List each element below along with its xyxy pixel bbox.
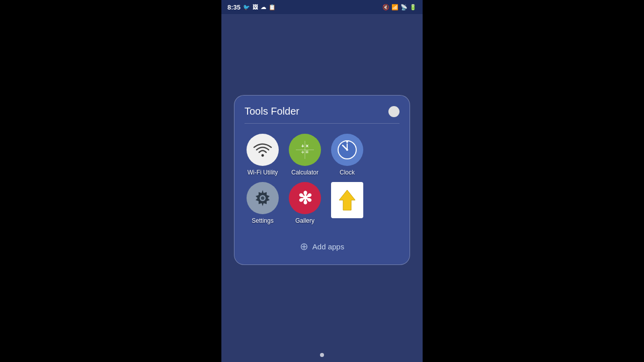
wifi-status-icon: 📶	[391, 4, 398, 11]
status-bar: 8:35 🐦 🖼 ☁ 📋 🔇 📶 📡 🔋	[221, 0, 423, 14]
gallery-label: Gallery	[295, 217, 314, 224]
svg-point-8	[346, 149, 348, 151]
settings-label: Settings	[252, 217, 273, 224]
app-item-settings[interactable]: Settings	[245, 182, 281, 224]
battery-icon: 🔋	[410, 4, 417, 11]
add-apps-label: Add apps	[312, 242, 344, 251]
cloud-icon: ☁	[261, 4, 266, 11]
bottom-indicator	[221, 346, 423, 362]
page-indicator-dot	[320, 353, 324, 357]
svg-point-9	[346, 141, 348, 143]
phone-screen: 8:35 🐦 🖼 ☁ 📋 🔇 📶 📡 🔋 Tools Folder	[221, 0, 423, 362]
apps-grid: Wi-Fi Utility + × ÷ = Calculator	[245, 129, 399, 229]
screen-content: Tools Folder Wi-F	[221, 14, 423, 346]
upload-arrow-svg	[338, 189, 356, 211]
clock-icon	[331, 134, 363, 166]
add-apps-plus-icon: ⊕	[300, 240, 308, 252]
app-item-calculator[interactable]: + × ÷ = Calculator	[287, 134, 323, 176]
status-left: 8:35 🐦 🖼 ☁ 📋	[227, 4, 276, 11]
calculator-label: Calculator	[291, 169, 318, 176]
app-item-upload[interactable]	[329, 182, 365, 224]
status-right: 🔇 📶 📡 🔋	[382, 4, 417, 11]
image-icon: 🖼	[253, 4, 258, 10]
calc-svg: + × ÷ =	[295, 140, 315, 160]
folder-dot[interactable]	[388, 106, 399, 117]
folder-card: Tools Folder Wi-F	[234, 95, 410, 265]
add-apps-button[interactable]: ⊕ Add apps	[245, 234, 399, 254]
app-item-clock[interactable]: Clock	[329, 134, 365, 176]
svg-point-12	[261, 197, 265, 200]
settings-icon	[247, 182, 279, 214]
app-item-gallery[interactable]: ✻ Gallery	[287, 182, 323, 224]
folder-header: Tools Folder	[245, 106, 399, 124]
mute-icon: 🔇	[382, 4, 389, 11]
twitter-icon: 🐦	[243, 4, 250, 11]
status-time: 8:35	[227, 4, 240, 11]
gallery-icon: ✻	[289, 182, 321, 214]
wifi-svg	[253, 142, 272, 158]
calculator-icon: + × ÷ =	[289, 134, 321, 166]
gallery-asterisk: ✻	[298, 188, 312, 208]
signal-icon: 📡	[400, 4, 408, 11]
gear-svg	[253, 188, 273, 208]
clock-svg	[336, 139, 358, 161]
upload-placeholder-icon	[331, 182, 363, 218]
svg-marker-13	[339, 190, 355, 210]
clock-label: Clock	[340, 169, 355, 176]
folder-title: Tools Folder	[245, 106, 299, 117]
app-item-wifi-utility[interactable]: Wi-Fi Utility	[245, 134, 281, 176]
wifi-utility-icon	[247, 134, 279, 166]
notification-icon: 📋	[269, 4, 276, 11]
wifi-utility-label: Wi-Fi Utility	[248, 169, 278, 176]
svg-point-0	[262, 154, 264, 157]
